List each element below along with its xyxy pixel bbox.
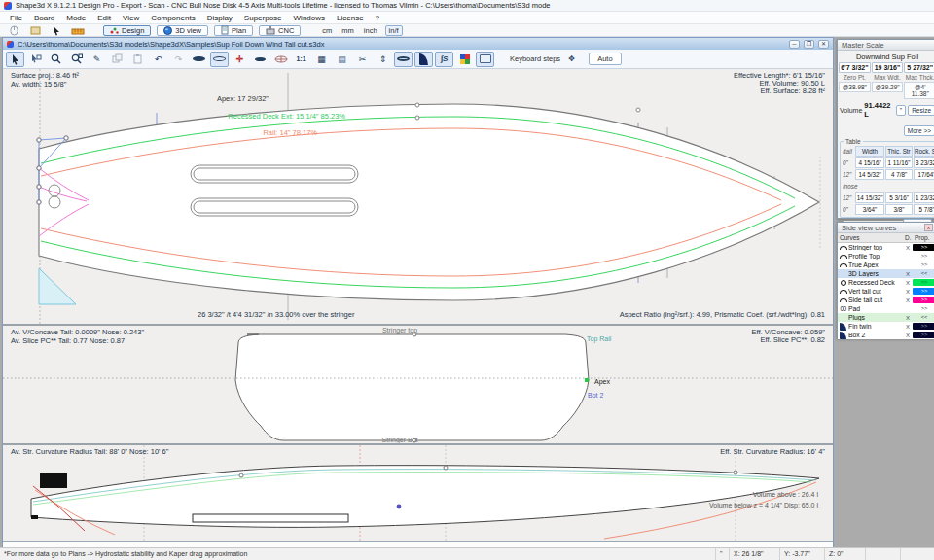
curve-prop-button[interactable]: >> [913, 288, 934, 295]
menu-file[interactable]: File [4, 14, 28, 22]
cnc-button[interactable]: CNC [259, 25, 301, 36]
more-button[interactable]: More >> [904, 125, 934, 136]
curve-label[interactable]: Pad [848, 305, 903, 312]
curve-prop-button[interactable]: >> [913, 332, 934, 338]
table-cell[interactable]: 14 15/32" [855, 192, 884, 203]
vertical-measure-icon[interactable]: ⇕ [374, 52, 392, 67]
curve-label[interactable]: Side tail cut [848, 297, 903, 303]
table-cell[interactable]: 14 5/32" [855, 169, 884, 180]
mouse-icon[interactable] [6, 25, 21, 36]
thickness-value[interactable]: 5 27/32" [904, 62, 934, 73]
menu-edit[interactable]: Edit [91, 14, 117, 22]
select-arrow-icon[interactable] [6, 52, 24, 67]
curves-close-icon[interactable]: x [924, 224, 933, 231]
master-scale-title-bar[interactable]: Master Scale [838, 40, 934, 51]
menu-view[interactable]: View [117, 14, 145, 22]
curve-label[interactable]: Vert tail cut [848, 288, 903, 295]
max-width-at[interactable]: @39.29" [872, 82, 904, 92]
table-cell[interactable]: 5 7/8" [914, 204, 934, 215]
curve-row[interactable]: True Apex>> [838, 261, 934, 269]
curve-prop-button[interactable]: >> [913, 244, 934, 251]
table-cell[interactable]: 3/64" [855, 204, 884, 215]
side-view-panel[interactable]: Volume above : 26.4 l Volume below z = 4… [3, 445, 833, 541]
curve-row[interactable]: Profile Top>> [838, 252, 934, 261]
curve-label[interactable]: Stringer top [848, 244, 903, 251]
cut-measure-icon[interactable]: ✂ [353, 52, 372, 67]
scale-1-1-icon[interactable]: 1:1 [292, 52, 310, 67]
table-cell[interactable]: 4 15/16" [855, 158, 884, 168]
move-steps-icon[interactable]: ✥ [562, 52, 581, 67]
curve-display-toggle[interactable]: X [903, 332, 913, 338]
curve-prop-button[interactable]: >> [913, 253, 934, 260]
curve-row[interactable]: PlugsX<< [838, 313, 934, 322]
paste-icon[interactable] [128, 52, 147, 67]
length-value[interactable]: 6'7 3/32" [839, 62, 871, 73]
curve-label[interactable]: Recessed Deck [848, 279, 903, 286]
table-cell[interactable]: 4 7/8" [885, 169, 913, 180]
curve-prop-button[interactable]: >> [913, 305, 934, 312]
top-view-panel[interactable]: Apex: 17 29/32" Recessed Deck Ext: 15 1/… [3, 69, 833, 324]
scan-box-icon[interactable] [27, 25, 43, 36]
menu-board[interactable]: Board [28, 14, 60, 22]
cursor-tool-icon[interactable] [49, 25, 64, 36]
curves-title-bar[interactable]: Side view curves x [838, 223, 934, 233]
menu-help[interactable]: ? [370, 14, 385, 22]
zero-pt-at[interactable]: @38.98" [839, 82, 871, 92]
menu-windows[interactable]: Windows [288, 14, 331, 22]
curve-label[interactable]: Box 2 [848, 332, 903, 338]
menu-superpose[interactable]: Superpose [238, 14, 288, 22]
table-cell[interactable]: 3/8" [885, 204, 913, 215]
table-cell[interactable]: 1 23/32" [914, 192, 934, 203]
resize-button[interactable]: Resize [908, 105, 934, 116]
curve-display-toggle[interactable]: X [903, 280, 913, 286]
curve-prop-button[interactable]: >> [913, 297, 934, 303]
curve-row[interactable]: Stringer topX>> [838, 243, 934, 252]
edit-pen-icon[interactable]: ✎ [88, 52, 106, 67]
unit-mm[interactable]: mm [340, 26, 356, 35]
copy-icon[interactable] [108, 52, 126, 67]
curve-prop-button[interactable]: >> [913, 323, 934, 330]
curve-display-toggle[interactable]: X [903, 271, 913, 277]
table-cell[interactable]: 3 23/32" [914, 158, 934, 168]
curve-display-toggle[interactable]: X [903, 298, 913, 303]
doc-close-button[interactable]: ✕ [818, 40, 829, 49]
doc-minimize-button[interactable]: ─ [789, 40, 800, 49]
outline-view-icon[interactable] [210, 52, 229, 67]
curve-display-toggle[interactable]: X [903, 315, 913, 321]
slice-view-panel[interactable]: Stringer top Top Rail Apex Bot 2 Stringe… [3, 326, 833, 443]
color-layers-icon[interactable] [455, 52, 474, 67]
deck-view-icon[interactable] [251, 52, 269, 67]
unit-inch[interactable]: inch [362, 26, 379, 35]
curve-prop-button[interactable]: >> [913, 279, 934, 286]
curve-prop-button[interactable]: << [913, 314, 934, 321]
table-cell[interactable]: 5 3/16" [885, 192, 913, 203]
max-thick-at[interactable]: @4' 11.38" [904, 82, 934, 99]
menu-mode[interactable]: Mode [60, 14, 91, 22]
curve-label[interactable]: Fin twin [848, 323, 903, 330]
curve-prop-button[interactable]: >> [913, 262, 934, 268]
table-cell[interactable]: 17/64" [914, 169, 934, 180]
3d-mesh-view-icon[interactable] [271, 52, 290, 67]
grid-icon[interactable]: ▦ [312, 52, 331, 67]
menu-components[interactable]: Components [145, 14, 200, 22]
undo-icon[interactable]: ↶ [149, 52, 167, 67]
menu-license[interactable]: License [331, 14, 370, 22]
select-box-icon[interactable] [26, 52, 45, 67]
outline-filled-view-icon[interactable] [190, 52, 208, 67]
zoom-region-icon[interactable] [67, 52, 86, 67]
unit-inf[interactable]: in/f [385, 25, 403, 36]
curve-label[interactable]: 3D Layers [848, 270, 903, 277]
design-button[interactable]: Design [103, 25, 151, 36]
curvature-icon[interactable]: ∫S [435, 52, 453, 67]
plan-button[interactable]: Plan [214, 25, 253, 36]
width-value[interactable]: 19 3/16" [872, 62, 904, 73]
curve-row[interactable]: Side tail cutX>> [838, 296, 934, 304]
doc-restore-button[interactable]: ❐ [804, 40, 814, 49]
curve-prop-button[interactable]: << [913, 270, 934, 277]
curve-display-toggle[interactable]: X [903, 324, 913, 330]
ruler-icon[interactable] [70, 25, 86, 36]
curve-label[interactable]: Plugs [848, 314, 903, 321]
curve-row[interactable]: Fin twinX>> [838, 322, 934, 331]
redo-icon[interactable]: ↷ [169, 52, 188, 67]
table-cell[interactable]: 1 11/16" [885, 158, 913, 168]
